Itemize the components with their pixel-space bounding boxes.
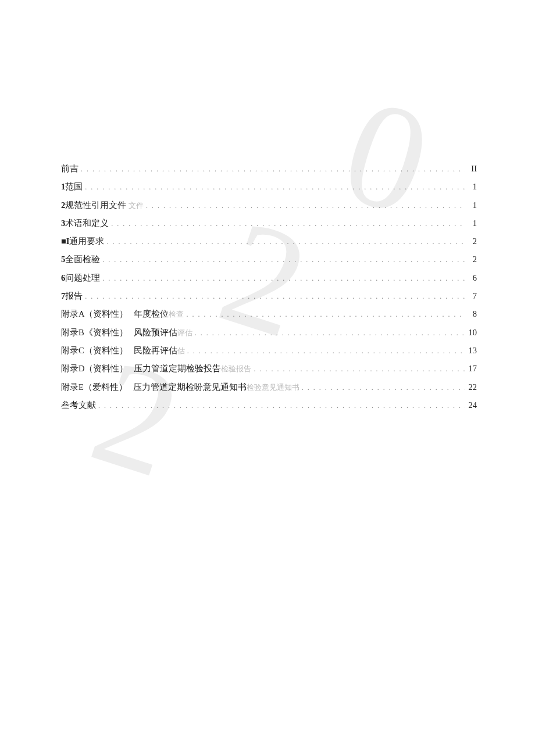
toc-label: 附录D（资料性） (61, 363, 128, 374)
toc-leader (251, 364, 465, 374)
toc-entry: 叁考文献 24 (61, 399, 477, 411)
ghost-text: 检查 (169, 310, 184, 318)
toc-page-number: 2 (465, 253, 477, 265)
toc-page-number: 22 (465, 381, 477, 393)
toc-label: 前吉 (61, 163, 79, 174)
toc-entry: 附录C（资料性） 民险再评估估 13 (61, 345, 477, 356)
toc-entry: 7报告 7 (61, 290, 477, 302)
toc-label: 叁考文献 (61, 399, 96, 411)
toc-leader (104, 237, 465, 247)
toc-subtitle: 年度检位检查 (134, 308, 184, 320)
toc-leader (192, 328, 465, 338)
toc-leader (83, 182, 465, 192)
toc-label: 附录B《资料性） (61, 327, 128, 338)
toc-page: 0 2 2 前吉 II 1范国 1 2规范性引用文件 文件 1 3术语和定义 1 (0, 0, 535, 756)
toc-leader (79, 164, 465, 174)
toc-entry: 6问题处理 6 (61, 272, 477, 284)
toc-leader (83, 292, 465, 302)
toc-entry: ■I通用要求 2 (61, 235, 477, 247)
toc-leader (100, 274, 465, 284)
toc-page-number: 1 (465, 181, 477, 192)
ghost-text: 评估 (177, 328, 192, 337)
toc-label: 6问题处理 (61, 272, 100, 284)
toc-page-number: 1 (465, 199, 477, 211)
toc-page-number: 1 (465, 217, 477, 229)
toc-label: 附录E（爱料性） (61, 381, 127, 393)
toc-entry: 2规范性引用文件 文件 1 (61, 199, 477, 211)
ghost-text: 检验报告 (221, 364, 251, 373)
toc-leader (144, 201, 465, 211)
toc-page-number: 24 (465, 399, 477, 411)
toc-entry: 前吉 II (61, 163, 477, 174)
toc-subtitle: 民险再评估估 (134, 345, 185, 356)
toc-page-number: 6 (465, 272, 477, 284)
toc-leader (184, 310, 465, 320)
toc-page-number: 7 (465, 290, 477, 302)
toc-entry: 附录E（爱料性） 压力管道定期检吩意见通知书检验意见通知书 22 (61, 381, 477, 393)
toc-entry: 附录D（资料性） 压力管道定期检验投告检验报告 17 (61, 363, 477, 374)
toc-label: 1范国 (61, 181, 83, 192)
toc-entry: 5全面检验 2 (61, 253, 477, 265)
toc-page-number: II (465, 163, 477, 174)
toc-leader (100, 255, 465, 265)
toc-subtitle: 压力管道定期检验投告检验报告 (134, 363, 251, 374)
toc-page-number: 8 (465, 308, 477, 320)
toc-label: 3术语和定义 (61, 217, 109, 229)
toc-list: 前吉 II 1范国 1 2规范性引用文件 文件 1 3术语和定义 1 ■I通用要… (61, 163, 477, 411)
toc-label: 2规范性引用文件 文件 (61, 199, 144, 211)
toc-leader (96, 401, 465, 411)
toc-subtitle: 风险预评估评估 (134, 327, 192, 338)
toc-leader (109, 219, 465, 229)
toc-entry: 附录A（资料性） 年度检位检查 8 (61, 308, 477, 320)
toc-page-number: 17 (465, 363, 477, 374)
toc-leader (185, 346, 465, 356)
toc-page-number: 10 (465, 327, 477, 338)
toc-label: 7报告 (61, 290, 83, 302)
toc-entry: 附录B《资料性） 风险预评估评估 10 (61, 327, 477, 338)
toc-label: 附录C（资料性） (61, 345, 128, 356)
toc-entry: 3术语和定义 1 (61, 217, 477, 229)
toc-entry: 1范国 1 (61, 181, 477, 192)
ghost-text: 检验意见通知书 (247, 383, 299, 392)
ghost-text: 估 (177, 346, 185, 355)
toc-page-number: 13 (465, 345, 477, 356)
ghost-text: 文件 (129, 201, 144, 210)
toc-label: 附录A（资料性） (61, 308, 128, 320)
toc-leader (299, 383, 465, 393)
toc-page-number: 2 (465, 235, 477, 247)
toc-label: ■I通用要求 (61, 235, 104, 247)
toc-label: 5全面检验 (61, 253, 100, 265)
toc-subtitle: 压力管道定期检吩意见通知书检验意见通知书 (133, 381, 299, 393)
